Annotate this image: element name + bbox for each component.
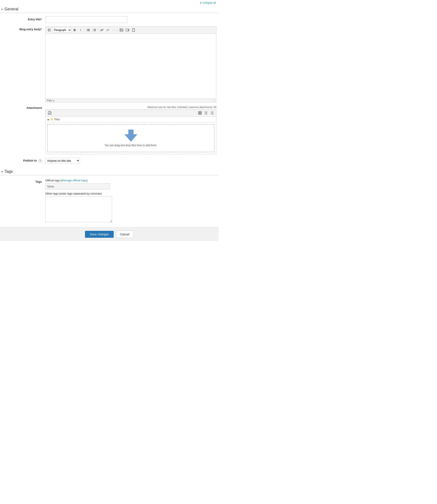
attachment-toolbar (46, 110, 216, 117)
collapse-all-bar: ▼ Collapse all (0, 0, 218, 6)
general-section: ▼ General Entry title* Blog entry body* (0, 6, 218, 164)
svg-rect-9 (88, 31, 90, 31)
collapse-all-link[interactable]: Collapse all (203, 1, 216, 4)
files-tree: ▶ 📁 Files (46, 117, 216, 123)
file-button[interactable] (131, 27, 136, 33)
editor-grid-toggle[interactable] (47, 27, 51, 33)
other-tags-textarea[interactable] (45, 196, 112, 222)
svg-point-6 (87, 30, 88, 31)
tags-none-box: None (45, 183, 110, 189)
svg-rect-5 (88, 29, 90, 29)
attachment-label: Attachment (2, 106, 45, 110)
svg-text:3.: 3. (93, 30, 94, 31)
svg-rect-2 (48, 30, 49, 31)
svg-rect-26 (200, 113, 201, 114)
tags-label: Tags (2, 179, 45, 183)
toolbar-separator-3 (118, 28, 118, 32)
cancel-button[interactable]: Cancel (116, 231, 134, 238)
svg-point-4 (87, 29, 88, 30)
link-button[interactable] (99, 27, 105, 33)
manage-official-tags-link[interactable]: Manage official tags (62, 179, 87, 182)
blog-body-wrap: Paragraph B I 1.2.3. (45, 26, 216, 102)
publish-help-icon[interactable]: ? (38, 159, 42, 163)
editor-resize-handle[interactable]: ⠿ (213, 99, 215, 102)
publish-to-select[interactable]: Anyone on this site Members only Private (45, 158, 80, 164)
svg-rect-25 (199, 113, 200, 114)
official-tags-label: Official tags (Manage official tags) (45, 179, 216, 182)
drop-zone[interactable]: You can drag and drop files here to add … (47, 124, 214, 152)
entry-title-input[interactable] (45, 16, 127, 23)
save-changes-button[interactable]: Save changes (85, 231, 114, 238)
tags-chevron-icon: ▼ (1, 170, 3, 173)
tags-section-header: ▼ Tags (0, 168, 218, 175)
attachment-wrap: Maximum size for new files: Unlimited, m… (45, 106, 216, 154)
tags-row: Tags Official tags (Manage official tags… (0, 179, 218, 223)
attachment-box: ▶ 📁 Files You can drag and drop files he… (45, 109, 216, 154)
other-tags-label: Other tags (enter tags separated by comm… (45, 192, 216, 195)
attach-right-buttons (197, 110, 215, 115)
publish-select-wrap: Anyone on this site Members only Private (45, 158, 216, 164)
svg-point-8 (87, 31, 88, 31)
unordered-list-button[interactable] (85, 27, 91, 33)
detail-view-button[interactable] (209, 110, 215, 115)
folder-icon: 📁 (50, 118, 53, 121)
entry-title-label: Entry title* (2, 16, 45, 21)
blog-body-label: Blog entry body* (2, 26, 45, 31)
general-section-title: General (5, 7, 18, 11)
bold-button[interactable]: B (72, 27, 78, 33)
italic-button[interactable]: I (78, 27, 83, 33)
paragraph-select[interactable]: Paragraph (52, 27, 71, 33)
svg-rect-24 (200, 112, 201, 113)
tags-section: ▼ Tags Tags Official tags (Manage offici… (0, 168, 218, 223)
editor-footer: Path: p ⠿ (46, 98, 216, 102)
svg-rect-3 (50, 30, 50, 31)
drop-arrow-icon (124, 130, 137, 142)
svg-rect-7 (88, 30, 90, 30)
toolbar-separator-1 (84, 28, 85, 32)
attachment-info: Maximum size for new files: Unlimited, m… (45, 106, 216, 108)
editor-path: Path: p (47, 99, 54, 102)
editor-container: Paragraph B I 1.2.3. (45, 26, 216, 102)
entry-title-row: Entry title* (0, 16, 218, 23)
image-button[interactable] (119, 27, 124, 33)
list-view-button[interactable] (203, 110, 209, 115)
editor-body[interactable] (46, 34, 216, 98)
svg-rect-20 (126, 29, 128, 31)
publish-to-row: Publish to ? Anyone on this site Members… (0, 158, 218, 164)
attach-left-buttons (47, 110, 52, 115)
general-section-header: ▼ General (0, 6, 218, 13)
blank-button[interactable]: — (111, 27, 117, 33)
blog-body-row: Blog entry body* Para (0, 26, 218, 102)
unlink-button[interactable] (105, 27, 111, 33)
add-file-button[interactable] (47, 110, 52, 115)
svg-line-16 (102, 30, 102, 31)
chevron-down-icon: ▼ (200, 2, 202, 4)
svg-rect-1 (50, 29, 50, 30)
files-label: Files (54, 118, 60, 121)
media-button[interactable] (125, 27, 130, 33)
svg-rect-0 (48, 29, 49, 30)
footer-bar: Save changes Cancel (0, 227, 218, 241)
svg-rect-15 (94, 31, 96, 31)
tags-wrap: Official tags (Manage official tags) Non… (45, 179, 216, 223)
tags-section-title: Tags (5, 169, 13, 174)
ordered-list-button[interactable]: 1.2.3. (91, 27, 97, 33)
grid-view-button[interactable] (197, 110, 203, 115)
svg-rect-13 (94, 30, 96, 30)
tree-expand-icon[interactable]: ▶ (48, 118, 50, 121)
publish-to-wrap: Anyone on this site Members only Private (45, 158, 216, 164)
drop-text: You can drag and drop files here to add … (105, 144, 157, 147)
svg-rect-23 (199, 112, 200, 113)
svg-rect-11 (94, 29, 96, 29)
editor-toolbar: Paragraph B I 1.2.3. (46, 27, 216, 34)
general-chevron-icon: ▼ (1, 8, 3, 10)
attachment-row: Attachment Maximum size for new files: U… (0, 106, 218, 154)
publish-to-label: Publish to ? (2, 158, 45, 163)
entry-title-wrap (45, 16, 216, 23)
tags-none-value: None (47, 185, 54, 188)
